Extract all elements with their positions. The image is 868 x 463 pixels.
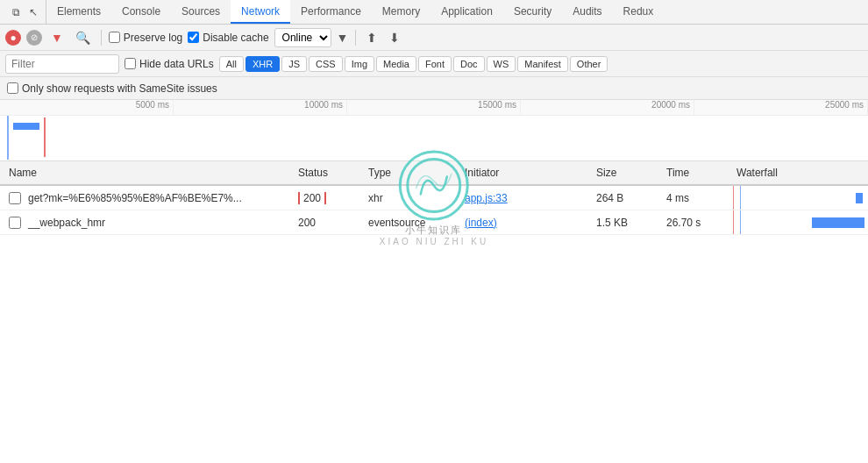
td-status-2: 200: [293, 217, 363, 229]
samesite-bar: Only show requests with SameSite issues: [0, 77, 868, 100]
th-name[interactable]: Name: [4, 167, 293, 179]
stop-button[interactable]: ⊘: [26, 30, 42, 46]
timeline-label-3: 15000 ms: [347, 100, 521, 115]
filter-input[interactable]: [5, 54, 119, 74]
filter-ws-button[interactable]: WS: [487, 56, 516, 72]
timeline-chart: [0, 116, 868, 160]
td-waterfall-2: [731, 210, 864, 234]
tab-redux[interactable]: Redux: [613, 0, 665, 24]
filter-font-button[interactable]: Font: [418, 56, 452, 72]
timeline-label-2: 10000 ms: [174, 100, 347, 115]
preserve-log-checkbox[interactable]: [109, 32, 120, 43]
td-initiator-2: (index): [459, 217, 591, 229]
preserve-log-label[interactable]: Preserve log: [109, 32, 182, 44]
samesite-label[interactable]: Only show requests with SameSite issues: [7, 82, 217, 95]
table-row[interactable]: get?mk=%E6%85%95%E8%AF%BE%E7%... 200 xhr…: [0, 186, 868, 210]
status-badge-1: 200: [298, 192, 326, 204]
cursor-icon[interactable]: ↖: [26, 5, 40, 19]
filter-media-button[interactable]: Media: [376, 56, 416, 72]
tab-network[interactable]: Network: [231, 0, 290, 24]
separator-1: [101, 30, 102, 46]
waterfall-bar-2: [812, 217, 864, 228]
main-content: 小牛知识库 XIAO NIU ZHI KU Name Status Type I…: [0, 161, 868, 235]
dock-icon[interactable]: ⧉: [9, 5, 23, 19]
record-button[interactable]: ●: [5, 30, 21, 46]
td-time-1: 4 ms: [661, 192, 731, 204]
waterfall-blueline-2: [740, 210, 741, 234]
row-1-checkbox[interactable]: [9, 192, 21, 204]
samesite-checkbox[interactable]: [7, 82, 18, 94]
export-har-button[interactable]: ⬇: [386, 29, 403, 46]
timeline-blue-vline: [7, 116, 9, 160]
waterfall-redline-2: [733, 210, 734, 234]
disable-cache-label[interactable]: Disable cache: [188, 32, 268, 44]
table-row[interactable]: __webpack_hmr 200 eventsource (index) 1.…: [0, 210, 868, 235]
table-header: Name Status Type Initiator Size Time Wat…: [0, 161, 868, 186]
tab-audits[interactable]: Audits: [562, 0, 612, 24]
disable-cache-checkbox[interactable]: [188, 32, 199, 43]
hide-data-urls-label[interactable]: Hide data URLs: [125, 58, 214, 70]
hide-data-urls-checkbox[interactable]: [125, 58, 136, 69]
tab-elements[interactable]: Elements: [46, 0, 111, 24]
tab-security[interactable]: Security: [503, 0, 562, 24]
filter-xhr-button[interactable]: XHR: [245, 56, 280, 72]
tab-performance[interactable]: Performance: [290, 0, 372, 24]
separator-2: [355, 30, 356, 46]
timeline-label-4: 20000 ms: [521, 100, 694, 115]
waterfall-blueline-1: [740, 186, 741, 210]
filter-css-button[interactable]: CSS: [309, 56, 343, 72]
filter-other-button[interactable]: Other: [570, 56, 608, 72]
dropdown-arrow-icon: ▼: [337, 31, 349, 45]
td-name-2: __webpack_hmr: [4, 217, 293, 229]
import-har-button[interactable]: ⬆: [363, 29, 381, 46]
filter-manifest-button[interactable]: Manifest: [517, 56, 568, 72]
td-size-2: 1.5 KB: [591, 217, 661, 229]
th-waterfall[interactable]: Waterfall: [731, 167, 864, 179]
row-2-checkbox[interactable]: [9, 217, 21, 229]
timeline-red-bar: [44, 118, 46, 157]
tab-sources[interactable]: Sources: [171, 0, 231, 24]
td-initiator-1: app.js:33: [459, 192, 591, 204]
tab-bar: ⧉ ↖ Elements Console Sources Network Per…: [0, 0, 868, 25]
tab-console[interactable]: Console: [111, 0, 171, 24]
filter-bar: Hide data URLs All XHR JS CSS Img Media …: [0, 51, 868, 77]
initiator-link-1[interactable]: app.js:33: [465, 192, 508, 204]
td-type-1: xhr: [363, 192, 459, 204]
watermark-brand-pinyin: XIAO NIU ZHI KU: [380, 237, 488, 246]
filter-all-button[interactable]: All: [219, 56, 244, 72]
filter-doc-button[interactable]: Doc: [453, 56, 485, 72]
td-name-1: get?mk=%E6%85%95%E8%AF%BE%E7%...: [4, 192, 293, 204]
initiator-link-2[interactable]: (index): [465, 217, 497, 229]
timeline-ruler: 5000 ms 10000 ms 15000 ms 20000 ms 25000…: [0, 100, 868, 116]
th-type[interactable]: Type: [363, 167, 459, 179]
filter-type-buttons: All XHR JS CSS Img Media Font Doc WS Man…: [219, 56, 608, 72]
td-waterfall-1: [731, 186, 864, 210]
search-button[interactable]: 🔍: [72, 29, 94, 46]
waterfall-bar-1: [856, 193, 863, 203]
timeline-label-1: 5000 ms: [0, 100, 174, 115]
th-initiator[interactable]: Initiator: [459, 167, 591, 179]
network-toolbar: ● ⊘ ▼ 🔍 Preserve log Disable cache Onlin…: [0, 25, 868, 51]
throttle-select[interactable]: Online: [274, 28, 331, 47]
tab-memory[interactable]: Memory: [372, 0, 430, 24]
td-size-1: 264 B: [591, 192, 661, 204]
timeline-label-5: 25000 ms: [694, 100, 868, 115]
th-time[interactable]: Time: [661, 167, 731, 179]
waterfall-redline-1: [733, 186, 734, 210]
filter-icon-button[interactable]: ▼: [47, 29, 67, 46]
timeline-blue-bar: [13, 123, 39, 130]
td-time-2: 26.70 s: [661, 217, 731, 229]
timeline: 5000 ms 10000 ms 15000 ms 20000 ms 25000…: [0, 100, 868, 161]
th-status[interactable]: Status: [293, 167, 363, 179]
th-size[interactable]: Size: [591, 167, 661, 179]
td-type-2: eventsource: [363, 217, 459, 229]
filter-img-button[interactable]: Img: [345, 56, 374, 72]
td-status-1: 200: [293, 192, 363, 204]
tab-application[interactable]: Application: [430, 0, 503, 24]
devtools-icons: ⧉ ↖: [4, 0, 46, 24]
filter-js-button[interactable]: JS: [281, 56, 307, 72]
